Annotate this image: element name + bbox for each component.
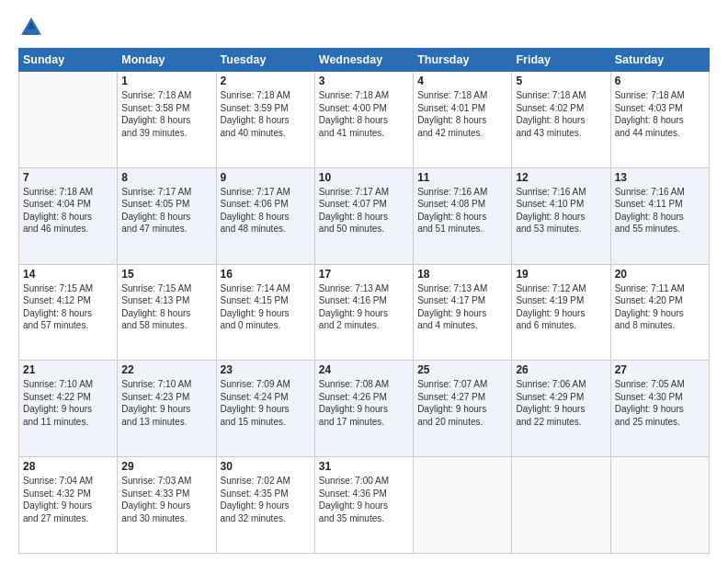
- weekday-tuesday: Tuesday: [216, 49, 314, 72]
- day-cell: 13Sunrise: 7:16 AMSunset: 4:11 PMDayligh…: [610, 167, 709, 264]
- day-number: 23: [221, 363, 311, 376]
- day-number: 15: [121, 268, 211, 281]
- day-info: Sunrise: 7:18 AMSunset: 4:03 PMDaylight:…: [615, 89, 705, 139]
- day-cell: 17Sunrise: 7:13 AMSunset: 4:16 PMDayligh…: [314, 264, 413, 361]
- day-cell: 25Sunrise: 7:07 AMSunset: 4:27 PMDayligh…: [414, 361, 512, 457]
- calendar-table: SundayMondayTuesdayWednesdayThursdayFrid…: [18, 48, 710, 554]
- day-number: 22: [121, 363, 211, 376]
- day-info: Sunrise: 7:15 AMSunset: 4:13 PMDaylight:…: [121, 282, 211, 332]
- day-info: Sunrise: 7:18 AMSunset: 4:02 PMDaylight:…: [516, 89, 606, 139]
- day-cell: 22Sunrise: 7:10 AMSunset: 4:23 PMDayligh…: [118, 361, 216, 457]
- day-cell: 27Sunrise: 7:05 AMSunset: 4:30 PMDayligh…: [610, 361, 709, 457]
- day-info: Sunrise: 7:03 AMSunset: 4:33 PMDaylight:…: [121, 475, 211, 524]
- weekday-header-row: SundayMondayTuesdayWednesdayThursdayFrid…: [19, 49, 710, 72]
- day-number: 18: [417, 268, 507, 281]
- day-number: 10: [319, 171, 409, 184]
- day-info: Sunrise: 7:16 AMSunset: 4:10 PMDaylight:…: [516, 186, 606, 236]
- day-info: Sunrise: 7:15 AMSunset: 4:12 PMDaylight:…: [23, 282, 113, 332]
- day-info: Sunrise: 7:18 AMSunset: 4:01 PMDaylight:…: [417, 89, 507, 139]
- day-cell: 14Sunrise: 7:15 AMSunset: 4:12 PMDayligh…: [19, 264, 118, 361]
- day-cell: 1Sunrise: 7:18 AMSunset: 3:58 PMDaylight…: [118, 72, 216, 168]
- day-info: Sunrise: 7:16 AMSunset: 4:11 PMDaylight:…: [615, 186, 705, 236]
- day-info: Sunrise: 7:07 AMSunset: 4:27 PMDaylight:…: [417, 378, 507, 428]
- day-number: 24: [319, 363, 409, 376]
- day-info: Sunrise: 7:12 AMSunset: 4:19 PMDaylight:…: [516, 282, 606, 332]
- day-number: 13: [615, 171, 705, 184]
- day-info: Sunrise: 7:16 AMSunset: 4:08 PMDaylight:…: [417, 186, 507, 236]
- day-info: Sunrise: 7:18 AMSunset: 4:04 PMDaylight:…: [23, 186, 113, 236]
- header: [18, 15, 710, 40]
- day-number: 17: [319, 268, 409, 281]
- day-cell: 26Sunrise: 7:06 AMSunset: 4:29 PMDayligh…: [512, 361, 610, 457]
- day-number: 21: [23, 363, 113, 376]
- day-number: 29: [121, 460, 211, 473]
- day-number: 16: [221, 268, 311, 281]
- day-number: 2: [221, 75, 311, 87]
- day-cell: 20Sunrise: 7:11 AMSunset: 4:20 PMDayligh…: [610, 264, 709, 361]
- day-info: Sunrise: 7:18 AMSunset: 4:00 PMDaylight:…: [319, 89, 409, 139]
- day-info: Sunrise: 7:13 AMSunset: 4:16 PMDaylight:…: [319, 282, 409, 332]
- logo: [18, 15, 48, 40]
- day-cell: 29Sunrise: 7:03 AMSunset: 4:33 PMDayligh…: [118, 457, 216, 554]
- day-number: 9: [221, 171, 311, 184]
- day-info: Sunrise: 7:00 AMSunset: 4:36 PMDaylight:…: [319, 475, 409, 524]
- day-info: Sunrise: 7:09 AMSunset: 4:24 PMDaylight:…: [221, 378, 311, 428]
- weekday-saturday: Saturday: [610, 49, 709, 72]
- day-cell: 7Sunrise: 7:18 AMSunset: 4:04 PMDaylight…: [19, 167, 118, 264]
- logo-icon: [18, 15, 44, 40]
- day-number: 14: [23, 268, 113, 281]
- weekday-sunday: Sunday: [19, 49, 118, 72]
- page: SundayMondayTuesdayWednesdayThursdayFrid…: [0, 0, 728, 563]
- day-number: 11: [417, 171, 507, 184]
- day-number: 12: [516, 171, 606, 184]
- day-number: 3: [319, 75, 409, 87]
- day-info: Sunrise: 7:14 AMSunset: 4:15 PMDaylight:…: [221, 282, 311, 332]
- day-info: Sunrise: 7:02 AMSunset: 4:35 PMDaylight:…: [221, 475, 311, 524]
- day-cell: 6Sunrise: 7:18 AMSunset: 4:03 PMDaylight…: [610, 72, 709, 168]
- day-number: 30: [221, 460, 311, 473]
- day-number: 8: [121, 171, 211, 184]
- day-number: 5: [516, 75, 606, 87]
- week-row-5: 28Sunrise: 7:04 AMSunset: 4:32 PMDayligh…: [19, 457, 710, 554]
- week-row-1: 1Sunrise: 7:18 AMSunset: 3:58 PMDaylight…: [19, 72, 710, 168]
- day-cell: [610, 457, 709, 554]
- day-cell: [512, 457, 610, 554]
- day-info: Sunrise: 7:17 AMSunset: 4:05 PMDaylight:…: [121, 186, 211, 236]
- day-cell: 31Sunrise: 7:00 AMSunset: 4:36 PMDayligh…: [314, 457, 413, 554]
- day-cell: 23Sunrise: 7:09 AMSunset: 4:24 PMDayligh…: [216, 361, 314, 457]
- day-info: Sunrise: 7:13 AMSunset: 4:17 PMDaylight:…: [417, 282, 507, 332]
- day-info: Sunrise: 7:17 AMSunset: 4:07 PMDaylight:…: [319, 186, 409, 236]
- day-info: Sunrise: 7:10 AMSunset: 4:22 PMDaylight:…: [23, 378, 113, 428]
- day-number: 1: [121, 75, 211, 87]
- week-row-3: 14Sunrise: 7:15 AMSunset: 4:12 PMDayligh…: [19, 264, 710, 361]
- day-cell: 28Sunrise: 7:04 AMSunset: 4:32 PMDayligh…: [19, 457, 118, 554]
- day-cell: 2Sunrise: 7:18 AMSunset: 3:59 PMDaylight…: [216, 72, 314, 168]
- day-cell: 4Sunrise: 7:18 AMSunset: 4:01 PMDaylight…: [414, 72, 512, 168]
- day-number: 26: [516, 363, 606, 376]
- weekday-friday: Friday: [512, 49, 610, 72]
- day-info: Sunrise: 7:17 AMSunset: 4:06 PMDaylight:…: [221, 186, 311, 236]
- day-cell: 3Sunrise: 7:18 AMSunset: 4:00 PMDaylight…: [314, 72, 413, 168]
- day-cell: 24Sunrise: 7:08 AMSunset: 4:26 PMDayligh…: [314, 361, 413, 457]
- day-info: Sunrise: 7:10 AMSunset: 4:23 PMDaylight:…: [121, 378, 211, 428]
- day-info: Sunrise: 7:08 AMSunset: 4:26 PMDaylight:…: [319, 378, 409, 428]
- day-cell: [19, 72, 118, 168]
- day-info: Sunrise: 7:05 AMSunset: 4:30 PMDaylight:…: [615, 378, 705, 428]
- weekday-thursday: Thursday: [414, 49, 512, 72]
- day-cell: [414, 457, 512, 554]
- week-row-2: 7Sunrise: 7:18 AMSunset: 4:04 PMDaylight…: [19, 167, 710, 264]
- day-info: Sunrise: 7:04 AMSunset: 4:32 PMDaylight:…: [23, 475, 113, 524]
- day-number: 25: [417, 363, 507, 376]
- day-number: 6: [615, 75, 705, 87]
- weekday-wednesday: Wednesday: [314, 49, 413, 72]
- day-info: Sunrise: 7:11 AMSunset: 4:20 PMDaylight:…: [615, 282, 705, 332]
- day-number: 7: [23, 171, 113, 184]
- day-number: 31: [319, 460, 409, 473]
- day-info: Sunrise: 7:18 AMSunset: 3:58 PMDaylight:…: [121, 89, 211, 139]
- weekday-monday: Monday: [118, 49, 216, 72]
- day-number: 19: [516, 268, 606, 281]
- day-cell: 8Sunrise: 7:17 AMSunset: 4:05 PMDaylight…: [118, 167, 216, 264]
- day-cell: 11Sunrise: 7:16 AMSunset: 4:08 PMDayligh…: [414, 167, 512, 264]
- day-cell: 9Sunrise: 7:17 AMSunset: 4:06 PMDaylight…: [216, 167, 314, 264]
- week-row-4: 21Sunrise: 7:10 AMSunset: 4:22 PMDayligh…: [19, 361, 710, 457]
